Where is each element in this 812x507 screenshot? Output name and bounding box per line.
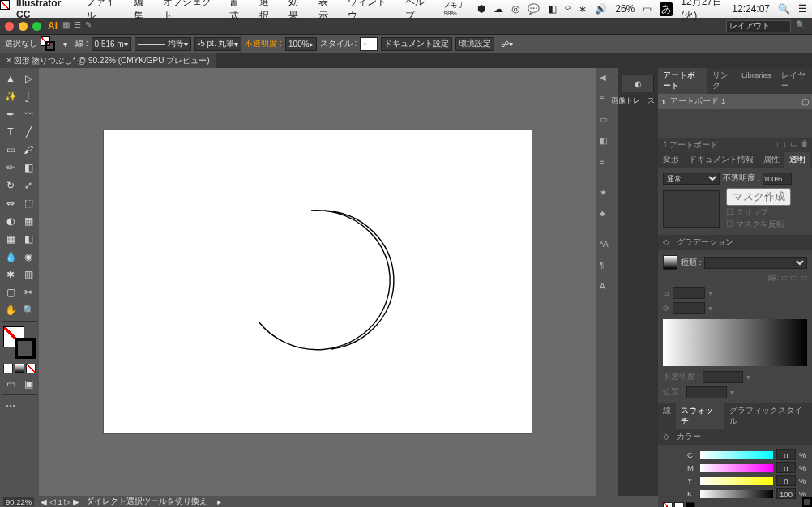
blend-tool[interactable]: ◉ [19, 248, 37, 266]
symbol-sprayer-tool[interactable]: ✱ [2, 266, 19, 283]
panel-icon[interactable]: ≡ [600, 157, 614, 172]
fill-stroke-small[interactable] [41, 36, 55, 51]
menu-help[interactable]: ヘルプ [405, 0, 433, 23]
tab-transparency[interactable]: 透明 [784, 152, 810, 168]
artboard-tool[interactable]: ▢ [2, 283, 19, 301]
minimize-button[interactable] [19, 22, 28, 31]
color-mode-solid[interactable] [3, 364, 13, 373]
align-icon[interactable]: ☍▾ [501, 40, 513, 49]
arrange-icon[interactable]: ☰ [74, 20, 85, 32]
dropbox-icon[interactable]: ☁ [494, 3, 503, 15]
bridge-icon[interactable]: ▦ [62, 20, 74, 32]
opacity-input[interactable]: 100% ▸ [285, 37, 317, 51]
curvature-tool[interactable]: 〰 [19, 105, 37, 123]
black-value[interactable]: 100 [776, 488, 796, 499]
gradient-type-select[interactable] [704, 257, 807, 269]
magenta-value[interactable]: 0 [776, 462, 796, 473]
evernote-icon[interactable]: ⬢ [477, 3, 485, 15]
rotate-tool[interactable]: ↻ [2, 177, 19, 194]
battery-icon[interactable]: ▭ [643, 3, 652, 15]
graph-tool[interactable]: ▥ [19, 266, 37, 283]
magenta-slider[interactable] [700, 464, 773, 472]
panel-icon[interactable]: A [600, 282, 614, 296]
tab-swatches[interactable]: スウォッチ [676, 403, 724, 429]
none-swatch[interactable] [663, 502, 673, 507]
tab-transform[interactable]: 変形 [658, 152, 684, 168]
tab-graphic-styles[interactable]: グラフィックスタイル [724, 403, 812, 429]
menu-type[interactable]: 書式 [229, 0, 248, 23]
panel-icon[interactable]: ◀ [600, 73, 614, 87]
scale-tool[interactable]: ⤢ [19, 177, 37, 194]
close-button[interactable] [5, 22, 14, 31]
menu-effect[interactable]: 効果 [288, 0, 307, 23]
tab-links[interactable]: リンク [707, 68, 737, 94]
clip-checkbox[interactable]: ☐ クリップ [726, 207, 791, 218]
menu-window[interactable]: ウィンドウ [348, 0, 393, 23]
gradient-preview[interactable] [663, 319, 807, 366]
wand-icon[interactable]: ✎ [85, 20, 96, 32]
panel-icon[interactable]: ᴬA [600, 240, 614, 254]
screen-mode-full[interactable]: ▣ [19, 375, 37, 393]
tab-libraries[interactable]: Libraries [737, 68, 776, 94]
yellow-slider[interactable] [700, 477, 773, 485]
move-up-icon[interactable]: ↑ [776, 139, 780, 151]
color-fillstroke[interactable] [663, 448, 682, 467]
tab-docinfo[interactable]: ドキュメント情報 [684, 152, 759, 168]
blend-mode-select[interactable]: 通常 [663, 173, 720, 185]
screen-mode-normal[interactable]: ▭ [2, 375, 19, 393]
sound-icon[interactable]: ◧ [548, 3, 557, 15]
new-artboard-icon[interactable]: ▭ [790, 139, 797, 151]
direct-selection-tool[interactable]: ▷ [19, 70, 37, 87]
preferences-button[interactable]: 環境設定 [455, 37, 494, 51]
hand-tool[interactable]: ✋ [2, 301, 19, 319]
bluetooth-icon[interactable]: ∗ [579, 3, 587, 15]
gradient-position-input[interactable] [686, 386, 727, 398]
free-transform-tool[interactable]: ⬚ [19, 194, 37, 212]
artboard-nav[interactable]: ◀ ◁ 1 ▷ ▶ [41, 497, 79, 506]
edit-toolbar-button[interactable]: ⋯ [2, 397, 19, 415]
pen-tool[interactable]: ✒ [2, 105, 19, 123]
rectangle-tool[interactable]: ▭ [2, 141, 19, 159]
zoom-button[interactable] [32, 22, 41, 31]
artboard-options-icon[interactable]: ▢ [801, 97, 809, 106]
make-mask-button[interactable]: マスク作成 [726, 188, 791, 206]
yellow-value[interactable]: 0 [776, 475, 796, 486]
delete-artboard-icon[interactable]: 🗑 [801, 139, 809, 151]
app-name[interactable]: Illustrator CC [16, 0, 75, 20]
panel-icon[interactable]: ▭ [600, 115, 614, 130]
lasso-tool[interactable]: ʆ [19, 87, 37, 105]
shape-builder-tool[interactable]: ◐ [2, 212, 19, 230]
line-tool[interactable]: ╱ [19, 123, 37, 141]
paintbrush-tool[interactable]: 🖌 [19, 141, 37, 159]
cyan-value[interactable]: 0 [776, 449, 796, 460]
menu-icon[interactable]: ☰ [798, 3, 807, 15]
selection-tool[interactable]: ▲ [2, 70, 19, 87]
spotlight-icon[interactable]: 🔍 [778, 3, 790, 15]
workspace-select[interactable] [726, 20, 791, 32]
menu-file[interactable]: ファイル [86, 0, 122, 23]
gradient-opacity-input[interactable] [703, 371, 743, 383]
document-tab[interactable]: × 図形 塗りつぶし* @ 90.22% (CMYK/GPU プレビュー) [0, 53, 216, 68]
type-tool[interactable]: T [2, 123, 19, 141]
gradient-ratio-input[interactable] [673, 302, 705, 314]
fill-stroke-indicator[interactable] [3, 326, 36, 359]
menu-select[interactable]: 選択 [259, 0, 278, 23]
slice-tool[interactable]: ✂ [19, 283, 37, 301]
tab-stroke[interactable]: 線 [658, 403, 676, 429]
volume-icon[interactable]: 🔊 [595, 3, 607, 15]
panel-icon[interactable]: ◧ [600, 136, 614, 151]
tab-artboards[interactable]: アートボード [658, 68, 707, 94]
input-method[interactable]: あ [660, 2, 673, 16]
move-down-icon[interactable]: ↓ [783, 139, 787, 151]
brush-select[interactable]: • 5 pt. 丸筆 ▾ [194, 37, 242, 51]
gradient-tool[interactable]: ◧ [19, 230, 37, 248]
panel-icon[interactable]: ¶ [600, 261, 614, 275]
mesh-tool[interactable]: ▦ [2, 230, 19, 248]
canvas-area[interactable] [39, 68, 596, 496]
color-mode-none[interactable] [26, 364, 36, 373]
cyan-slider[interactable] [700, 451, 773, 459]
tab-attributes[interactable]: 属性 [759, 152, 784, 168]
zoom-tool[interactable]: 🔍 [19, 301, 37, 319]
eyedropper-tool[interactable]: 💧 [2, 248, 19, 266]
black-slider[interactable] [700, 490, 773, 498]
